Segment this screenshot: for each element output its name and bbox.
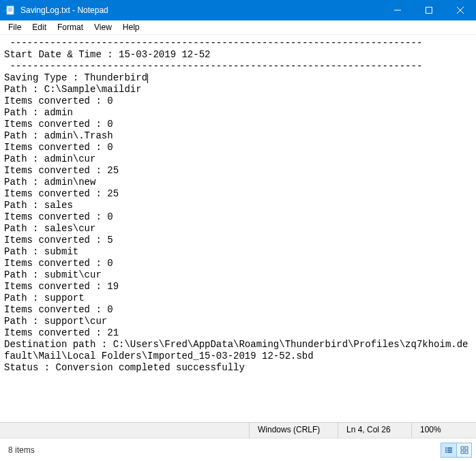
- svg-rect-14: [461, 447, 464, 449]
- close-button[interactable]: [445, 0, 476, 20]
- menubar: File Edit Format View Help: [0, 20, 476, 35]
- item-count: 8 items: [8, 445, 35, 455]
- svg-rect-8: [445, 447, 447, 449]
- menu-edit[interactable]: Edit: [27, 21, 52, 33]
- window-controls: [382, 0, 476, 20]
- minimize-button[interactable]: [382, 0, 413, 20]
- menu-file[interactable]: File: [3, 21, 27, 33]
- view-mode-toggle: [441, 443, 472, 458]
- menu-view[interactable]: View: [89, 21, 117, 33]
- svg-rect-12: [445, 451, 447, 453]
- svg-rect-17: [465, 451, 468, 453]
- status-encoding: Windows (CRLF): [249, 423, 338, 438]
- menu-help[interactable]: Help: [117, 21, 145, 33]
- svg-rect-9: [447, 447, 452, 449]
- svg-rect-11: [447, 449, 452, 451]
- svg-rect-13: [447, 451, 452, 453]
- menu-format[interactable]: Format: [52, 21, 89, 33]
- notepad-icon: [5, 5, 16, 16]
- text-editor[interactable]: ----------------------------------------…: [0, 35, 476, 422]
- titlebar: SavingLog.txt - Notepad: [0, 0, 476, 20]
- svg-rect-10: [445, 449, 447, 451]
- thumbnails-view-button[interactable]: [456, 443, 471, 457]
- svg-rect-0: [7, 6, 14, 14]
- window-title: SavingLog.txt - Notepad: [20, 5, 382, 15]
- status-spacer: [0, 423, 249, 438]
- explorer-statusbar: 8 items: [0, 438, 476, 461]
- status-zoom: 100%: [411, 423, 476, 438]
- svg-rect-15: [465, 447, 468, 449]
- svg-rect-16: [461, 451, 464, 453]
- text-caret: [147, 74, 148, 83]
- svg-rect-5: [426, 8, 432, 14]
- statusbar: Windows (CRLF) Ln 4, Col 26 100%: [0, 422, 476, 438]
- maximize-button[interactable]: [413, 0, 445, 20]
- status-position: Ln 4, Col 26: [338, 423, 411, 438]
- details-view-button[interactable]: [441, 443, 456, 457]
